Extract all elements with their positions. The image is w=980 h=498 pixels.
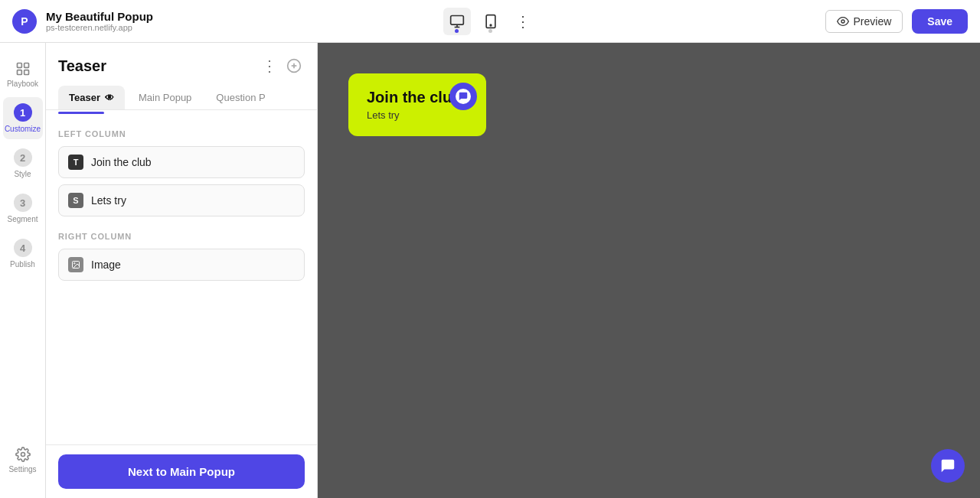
left-column-item-subtitle[interactable]: S Lets try: [58, 184, 305, 216]
popup-card-subtitle: Lets try: [367, 109, 468, 121]
main-layout: Playbook 1 Customize 2 Style 3 Segment 4…: [0, 43, 980, 498]
tab-main-popup[interactable]: Main Popup: [128, 86, 202, 109]
tab-teaser[interactable]: Teaser 👁: [58, 86, 125, 109]
svg-rect-0: [450, 15, 463, 24]
type-badge-subtitle: S: [68, 193, 83, 208]
panel-bottom: Next to Main Popup: [46, 444, 317, 498]
sidebar-item-settings[interactable]: Settings: [3, 441, 43, 480]
svg-rect-7: [24, 63, 28, 68]
sidebar-playbook-label: Playbook: [7, 80, 38, 88]
left-column-item-title[interactable]: T Join the club: [58, 146, 305, 178]
sidebar-segment-number: 3: [14, 194, 32, 212]
save-button[interactable]: Save: [912, 9, 968, 34]
topbar-actions: Preview Save: [825, 9, 969, 34]
right-column-label: RIGHT COLUMN: [58, 232, 305, 241]
sidebar-item-playbook[interactable]: Playbook: [3, 55, 43, 94]
subtitle-row-label: Lets try: [91, 194, 126, 207]
panel-more-button[interactable]: ⋮: [262, 57, 277, 75]
svg-rect-8: [17, 70, 21, 75]
sidebar-item-publish[interactable]: 4 Publish: [3, 233, 43, 275]
title-row-label: Join the club: [91, 156, 152, 168]
tab-question[interactable]: Question P: [205, 86, 276, 109]
svg-point-15: [74, 263, 76, 265]
app-title-block: My Beautiful Popup ps-testceren.netlify.…: [46, 10, 153, 32]
app-logo: P: [12, 9, 37, 34]
app-subtitle: ps-testceren.netlify.app: [46, 23, 153, 32]
device-switcher: ⋮: [162, 8, 816, 35]
type-badge-image: [68, 257, 83, 272]
svg-point-4: [490, 24, 492, 26]
popup-chat-icon: [456, 89, 471, 104]
svg-point-10: [21, 453, 24, 457]
mobile-device-button[interactable]: [477, 8, 505, 35]
svg-point-5: [841, 20, 844, 23]
panel-add-button[interactable]: [283, 55, 305, 76]
sidebar-style-number: 2: [14, 148, 32, 167]
workspace: Teaser ⋮ Teaser 👁 Main Popup Questi: [46, 43, 980, 498]
mobile-active-dot: [488, 29, 492, 33]
panel-header: Teaser ⋮: [46, 43, 317, 86]
sidebar-publish-number: 4: [14, 239, 32, 257]
sidebar-customize-number: 1: [14, 103, 32, 122]
image-row-label: Image: [91, 259, 121, 271]
sidebar-customize-label: Customize: [5, 125, 41, 133]
popup-chat-button[interactable]: [449, 83, 477, 110]
left-column-label: LEFT COLUMN: [58, 129, 305, 138]
app-title: My Beautiful Popup: [46, 10, 153, 23]
svg-rect-6: [17, 63, 21, 68]
topbar: P My Beautiful Popup ps-testceren.netlif…: [0, 0, 980, 43]
next-to-main-popup-button[interactable]: Next to Main Popup: [58, 454, 305, 489]
popup-preview-card: Join the club Lets try: [348, 73, 486, 136]
sidebar-item-segment[interactable]: 3 Segment: [3, 187, 43, 229]
sidebar: Playbook 1 Customize 2 Style 3 Segment 4…: [0, 43, 46, 498]
sidebar-style-label: Style: [14, 170, 31, 178]
desktop-active-dot: [455, 29, 459, 33]
more-options-button[interactable]: ⋮: [511, 9, 535, 34]
sidebar-settings-label: Settings: [8, 465, 36, 474]
preview-canvas: Join the club Lets try: [318, 43, 980, 498]
panel-content: LEFT COLUMN T Join the club S Lets try R…: [46, 114, 317, 444]
sidebar-item-customize[interactable]: 1 Customize: [3, 97, 43, 139]
sidebar-publish-label: Publish: [10, 260, 35, 269]
chat-widget-button[interactable]: [931, 449, 965, 483]
sidebar-segment-label: Segment: [7, 215, 38, 223]
right-column-item-image[interactable]: Image: [58, 249, 305, 281]
panel-title: Teaser: [58, 57, 256, 75]
type-badge-title: T: [68, 155, 83, 170]
eye-icon: 👁: [105, 93, 114, 103]
panel: Teaser ⋮ Teaser 👁 Main Popup Questi: [46, 43, 318, 498]
svg-rect-9: [24, 70, 28, 75]
desktop-device-button[interactable]: [443, 8, 471, 35]
preview-button[interactable]: Preview: [825, 10, 903, 33]
sidebar-item-style[interactable]: 2 Style: [3, 142, 43, 184]
panel-tabs: Teaser 👁 Main Popup Question P: [46, 86, 317, 110]
